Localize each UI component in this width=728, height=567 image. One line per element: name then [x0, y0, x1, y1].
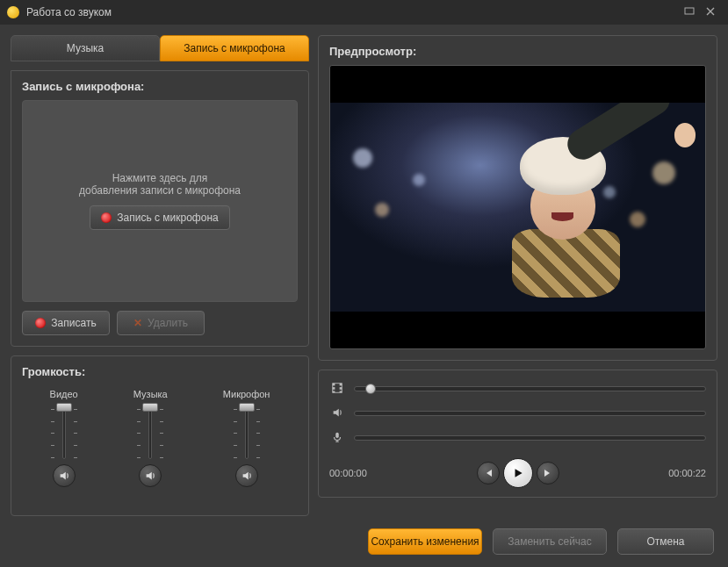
record-hint: Нажмите здесь для добавления записи с ми… [79, 172, 241, 197]
app-icon [7, 6, 19, 18]
time-current: 00:00:00 [329, 468, 367, 478]
svg-rect-5 [340, 383, 342, 385]
delete-icon: ✕ [133, 317, 142, 329]
mute-mic-button[interactable] [235, 464, 258, 487]
speaker-icon [329, 406, 345, 421]
film-icon [329, 382, 345, 397]
delete-button[interactable]: ✕ Удалить [117, 311, 205, 335]
volume-mic: Микрофон [223, 389, 270, 487]
window-title: Работа со звуком [26, 6, 112, 18]
svg-rect-2 [333, 383, 335, 385]
mute-music-button[interactable] [139, 464, 162, 487]
volume-music: Музыка [133, 389, 168, 487]
mute-video-button[interactable] [53, 464, 76, 487]
close-button[interactable] [700, 6, 721, 18]
source-tabs: Музыка Запись с микрофона [11, 35, 309, 61]
record-from-mic-button[interactable]: Запись с микрофона [90, 205, 229, 230]
volume-video: Видео [50, 389, 78, 487]
volume-panel: Громкость: Видео [11, 355, 309, 516]
svg-rect-4 [333, 391, 335, 392]
footer: Сохранить изменения Заменить сейчас Отме… [0, 516, 728, 567]
svg-rect-8 [335, 432, 339, 437]
record-button[interactable]: Записать [22, 311, 110, 335]
save-button[interactable]: Сохранить изменения [368, 528, 482, 555]
preview-frame [330, 103, 705, 312]
record-dropzone[interactable]: Нажмите здесь для добавления записи с ми… [22, 100, 298, 302]
time-total: 00:00:22 [668, 468, 706, 478]
next-button[interactable] [537, 462, 559, 484]
mic-record-panel: Запись с микрофона: Нажмите здесь для до… [11, 70, 309, 347]
svg-rect-6 [340, 387, 342, 390]
preview-panel: Предпросмотр: [318, 35, 717, 361]
mic-panel-title: Запись с микрофона: [22, 80, 298, 93]
video-preview[interactable] [329, 65, 706, 349]
music-seek-slider[interactable] [354, 411, 706, 416]
svg-rect-3 [333, 387, 335, 390]
volume-video-label: Видео [50, 389, 78, 399]
volume-title: Громкость: [22, 365, 298, 378]
volume-music-slider[interactable] [137, 405, 163, 459]
cancel-button[interactable]: Отмена [617, 528, 714, 555]
prev-button[interactable] [477, 462, 500, 484]
svg-rect-0 [685, 8, 694, 14]
volume-video-slider[interactable] [51, 405, 77, 459]
audio-editor-window: Работа со звуком Музыка Запись с микрофо… [0, 0, 728, 567]
record-icon [101, 212, 112, 223]
mic-icon [329, 431, 345, 446]
volume-mic-label: Микрофон [223, 389, 270, 399]
mic-seek-slider[interactable] [354, 435, 706, 441]
titlebar: Работа со звуком [0, 0, 728, 25]
video-seek-slider[interactable] [354, 386, 706, 391]
tab-music[interactable]: Музыка [11, 35, 160, 61]
replace-now-button[interactable]: Заменить сейчас [493, 528, 607, 555]
timeline-panel: 00:00:00 00:00:22 [318, 370, 717, 498]
play-button[interactable] [503, 458, 533, 488]
preview-title: Предпросмотр: [329, 45, 706, 58]
tab-microphone[interactable]: Запись с микрофона [160, 35, 309, 61]
svg-rect-7 [340, 391, 342, 392]
record-icon [35, 318, 46, 328]
volume-mic-slider[interactable] [234, 405, 260, 459]
minimize-button[interactable] [679, 6, 700, 19]
volume-music-label: Музыка [133, 389, 168, 399]
